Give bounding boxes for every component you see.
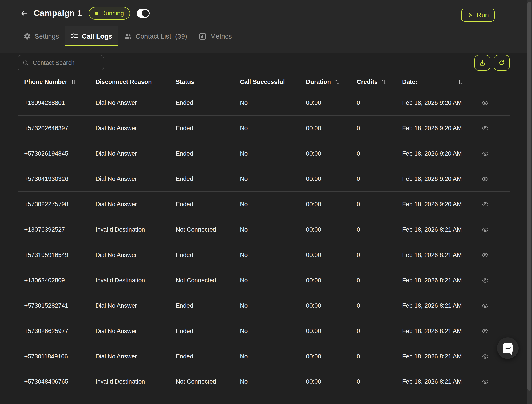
view-call-button[interactable] <box>480 250 490 260</box>
view-call-button[interactable] <box>480 225 490 234</box>
tab-settings[interactable]: Settings <box>18 26 65 46</box>
cell-call-successful: No <box>233 277 299 284</box>
eye-icon <box>482 252 489 259</box>
view-call-button[interactable] <box>480 377 490 386</box>
cell-status: Ended <box>169 201 233 208</box>
view-call-button[interactable] <box>480 200 490 209</box>
cell-call-successful: No <box>233 150 299 157</box>
table-row: +13076392527 Invalid Destination Not Con… <box>18 217 510 242</box>
sort-icon[interactable] <box>71 79 76 85</box>
eye-icon <box>482 328 489 335</box>
cell-disconnect-reason: Dial No Answer <box>89 99 169 106</box>
sort-icon[interactable] <box>381 79 386 85</box>
download-icon <box>479 59 486 66</box>
cell-credits: 0 <box>350 99 396 106</box>
cell-duration: 00:00 <box>299 277 350 284</box>
run-button[interactable]: Run <box>461 8 495 22</box>
column-header-date[interactable]: Date: <box>396 79 465 86</box>
cell-call-successful: No <box>233 125 299 132</box>
cell-date: Feb 18, 2026 8:21 AM <box>396 277 465 284</box>
cell-credits: 0 <box>350 252 396 259</box>
view-call-button[interactable] <box>480 352 490 361</box>
cell-call-successful: No <box>233 176 299 183</box>
view-call-button[interactable] <box>480 123 490 133</box>
table-toolbar <box>18 55 510 71</box>
cell-status: Not Connected <box>169 378 233 385</box>
sort-icon[interactable] <box>458 79 463 85</box>
cell-credits: 0 <box>350 328 396 335</box>
view-call-button[interactable] <box>480 276 490 285</box>
eye-icon <box>482 125 489 132</box>
cell-disconnect-reason: Invalid Destination <box>89 378 169 385</box>
cell-disconnect-reason: Dial No Answer <box>89 252 169 259</box>
cell-phone-number: +573048406765 <box>18 378 89 385</box>
chat-icon <box>503 343 513 353</box>
cell-status: Ended <box>169 150 233 157</box>
download-button[interactable] <box>474 55 490 71</box>
table-row: +573026625977 Dial No Answer Ended No 00… <box>18 318 510 344</box>
table-row: +13063402809 Invalid Destination Not Con… <box>18 268 510 293</box>
column-header-phone-number[interactable]: Phone Number <box>18 79 89 86</box>
refresh-button[interactable] <box>494 55 510 71</box>
call-logs-table: Phone Number Disconnect Reason Status Ca… <box>18 74 510 394</box>
cell-call-successful: No <box>233 328 299 335</box>
back-arrow-icon <box>20 9 28 17</box>
cell-credits: 0 <box>350 150 396 157</box>
view-call-button[interactable] <box>480 326 490 336</box>
checklist-icon <box>71 32 78 40</box>
column-header-duration[interactable]: Duration <box>299 79 350 86</box>
cell-call-successful: No <box>233 302 299 309</box>
column-header-credits[interactable]: Credits <box>350 79 396 86</box>
search-icon <box>22 59 29 66</box>
cell-status: Not Connected <box>169 277 233 284</box>
column-header-disconnect-reason: Disconnect Reason <box>89 79 169 86</box>
tab-bar: Settings Call Logs <box>18 26 461 46</box>
view-call-button[interactable] <box>480 174 490 183</box>
cell-status: Ended <box>169 125 233 132</box>
cell-disconnect-reason: Dial No Answer <box>89 125 169 132</box>
cell-credits: 0 <box>350 201 396 208</box>
cell-credits: 0 <box>350 302 396 309</box>
sort-icon[interactable] <box>335 79 339 85</box>
tab-metrics[interactable]: Metrics <box>193 26 238 46</box>
cell-disconnect-reason: Dial No Answer <box>89 150 169 157</box>
cell-phone-number: +573022275798 <box>18 201 89 208</box>
cell-status: Ended <box>169 328 233 335</box>
cell-duration: 00:00 <box>299 353 350 360</box>
view-call-button[interactable] <box>480 149 490 158</box>
view-call-button[interactable] <box>480 301 490 310</box>
gear-icon <box>23 32 31 40</box>
cell-disconnect-reason: Dial No Answer <box>89 328 169 335</box>
cell-date: Feb 18, 2026 9:20 AM <box>396 176 465 183</box>
chat-launcher-button[interactable] <box>497 337 519 359</box>
cell-disconnect-reason: Dial No Answer <box>89 176 169 183</box>
cell-call-successful: No <box>233 353 299 360</box>
cell-call-successful: No <box>233 201 299 208</box>
table-row: +573195916549 Dial No Answer Ended No 00… <box>18 242 510 268</box>
tab-contact-list[interactable]: Contact List (39) <box>118 26 193 46</box>
eye-icon <box>482 150 489 157</box>
table-row: +13094238801 Dial No Answer Ended No 00:… <box>18 90 510 115</box>
bar-chart-icon <box>199 32 207 40</box>
status-badge-label: Running <box>101 10 124 17</box>
eye-icon <box>482 201 489 208</box>
search-input[interactable] <box>33 59 99 66</box>
cell-duration: 00:00 <box>299 201 350 208</box>
table-row: +573048406765 Invalid Destination Not Co… <box>18 369 510 394</box>
contact-search[interactable] <box>18 55 104 70</box>
scrollbar-track <box>527 0 532 404</box>
cell-disconnect-reason: Invalid Destination <box>89 277 169 284</box>
title-row: Campaign 1 Running <box>0 0 461 26</box>
back-button[interactable] <box>20 9 29 18</box>
campaign-toggle[interactable] <box>137 9 150 18</box>
scrollbar-thumb[interactable] <box>527 2 531 391</box>
cell-status: Ended <box>169 353 233 360</box>
cell-phone-number: +573011849106 <box>18 353 89 360</box>
cell-disconnect-reason: Dial No Answer <box>89 302 169 309</box>
view-call-button[interactable] <box>480 98 490 107</box>
cell-date: Feb 18, 2026 9:20 AM <box>396 201 465 208</box>
column-header-status: Status <box>169 79 233 86</box>
tab-call-logs[interactable]: Call Logs <box>65 26 118 46</box>
cell-duration: 00:00 <box>299 302 350 309</box>
cell-credits: 0 <box>350 176 396 183</box>
